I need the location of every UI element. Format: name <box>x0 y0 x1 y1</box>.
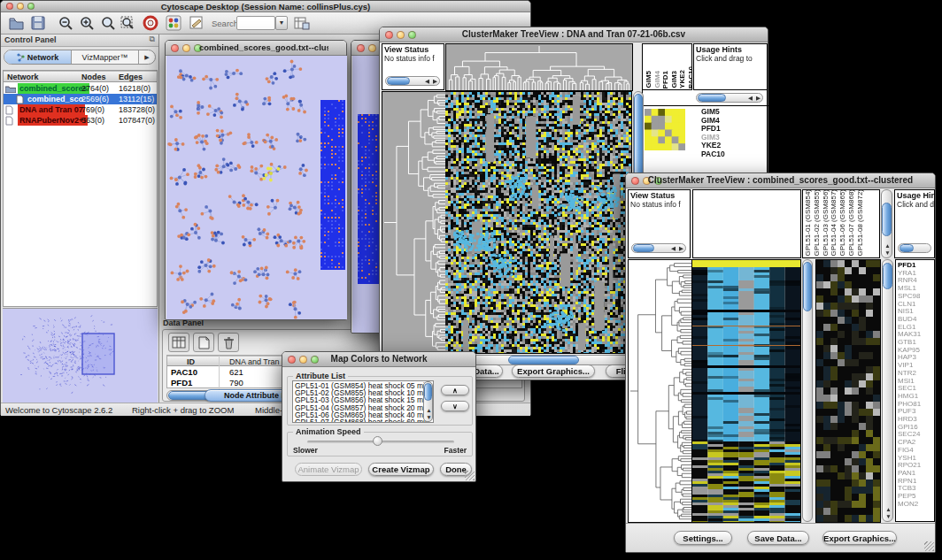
open-session-icon[interactable] <box>8 15 25 31</box>
gene-label-list[interactable]: PFD1YRA1RNR4MSL1SPC98CLN1NIS1BUD4ELG1MAK… <box>895 259 935 522</box>
zoom-fit-icon[interactable] <box>120 15 136 32</box>
animate-vizmap-button[interactable]: Animate Vizmap <box>295 463 362 476</box>
col-header-nodes[interactable]: Nodes <box>81 73 106 81</box>
annotation-icon[interactable] <box>189 15 205 31</box>
usage-hints-panel: Usage Hints Click and drag <box>894 189 935 258</box>
network-window-title-bar[interactable]: combined_scores_good.txt--cluste... <box>166 41 346 56</box>
scrollbar-thumb[interactable] <box>803 262 812 311</box>
zoom-in-icon[interactable] <box>79 15 96 32</box>
row-dendrogram[interactable] <box>382 91 446 354</box>
search-input[interactable] <box>236 16 275 30</box>
scroll-up-icon[interactable]: ▲ <box>425 407 433 414</box>
save-session-icon[interactable] <box>30 15 46 31</box>
heatmap-column-labels[interactable]: GIM5GIM4PFD1GIM3YKE2PAC10 <box>642 43 692 90</box>
treeview-combined-title-bar[interactable]: ClusterMaker TreeView : combined_scores_… <box>626 173 935 188</box>
tab-vizmapper[interactable]: VizMapper™ <box>72 50 139 64</box>
save-data-button[interactable]: Save Data... <box>747 531 809 545</box>
treeview-combined-title: ClusterMaker TreeView : combined_scores_… <box>644 175 917 185</box>
scrollbar-thumb[interactable] <box>900 244 914 252</box>
folder-icon <box>5 85 16 93</box>
zoom-out-icon[interactable] <box>58 15 74 32</box>
mini-heatmap-row-labels[interactable]: GIM5GIM4PFD1GIM3YKE2PAC10 <box>701 108 725 158</box>
move-up-button[interactable]: ∧ <box>441 385 469 395</box>
scroll-up-icon[interactable]: ▲ <box>884 242 892 249</box>
col-header-edges[interactable]: Edges <box>119 73 143 81</box>
float-panel-icon[interactable]: ⧉ <box>150 35 155 44</box>
row-dendrogram[interactable] <box>628 259 692 523</box>
move-down-button[interactable]: ∨ <box>441 401 469 411</box>
column-label: GPL51-07 (GSM868) <box>847 189 856 257</box>
minimize-button[interactable] <box>182 44 190 52</box>
export-graphics-button[interactable]: Export Graphics... <box>512 364 595 378</box>
minimize-button[interactable] <box>368 44 376 52</box>
close-button[interactable] <box>385 31 393 39</box>
scroll-left-icon[interactable]: ◀ <box>669 245 677 252</box>
zoomed-heatmap[interactable] <box>815 259 881 523</box>
attribute-browser-icon[interactable] <box>293 15 310 31</box>
scroll-right-icon[interactable]: ▶ <box>754 95 762 102</box>
slower-label: Slower <box>293 446 318 455</box>
dialog-title-bar[interactable]: Map Colors to Network <box>282 352 475 367</box>
attribute-list[interactable]: GPL51-01 (GSM854) heat shock 05 minGPL51… <box>292 380 434 423</box>
treeview-dna-title-bar[interactable]: ClusterMaker TreeView : DNA and Tran 07-… <box>380 27 768 42</box>
network-view-canvas[interactable] <box>166 56 347 319</box>
speed-slider-thumb[interactable] <box>373 436 382 446</box>
main-title-bar[interactable]: Cytoscape Desktop (Session Name: collins… <box>1 1 530 12</box>
scroll-down-icon[interactable]: ▼ <box>884 249 892 257</box>
scroll-up-icon[interactable]: ▲ <box>884 506 892 513</box>
column-dendrogram-area[interactable] <box>692 189 801 258</box>
scroll-down-icon[interactable]: ▼ <box>884 513 892 520</box>
scroll-down-icon[interactable]: ▼ <box>425 414 433 421</box>
tab-network[interactable]: Network <box>4 50 72 64</box>
gene-list-vscrollbar[interactable]: ▲ ▼ <box>882 259 893 522</box>
heatmap-column-labels[interactable]: GPL51-01 (GSM854)GPL51-02 (GSM855)GPL51-… <box>802 189 880 258</box>
create-vizmap-button[interactable]: Create Vizmap <box>368 463 434 476</box>
zoom-selected-icon[interactable] <box>100 15 117 32</box>
close-button[interactable] <box>357 44 365 52</box>
close-button[interactable] <box>6 3 13 10</box>
close-button[interactable] <box>288 356 296 364</box>
settings-button[interactable]: Settings... <box>674 531 732 545</box>
view-status-hscrollbar[interactable]: ◀ ▶ <box>385 76 440 86</box>
scrollbar-thumb[interactable] <box>882 203 892 236</box>
network-row-combined-scores[interactable]: combined_scores 2764(0) 16218(0) <box>4 83 157 94</box>
resize-grip[interactable] <box>465 471 475 480</box>
column-labels-vscrollbar[interactable]: ▲ ▼ <box>881 189 892 258</box>
new-attribute-icon[interactable] <box>193 333 214 352</box>
scrollbar-thumb[interactable] <box>424 383 432 401</box>
scroll-right-icon[interactable]: ▶ <box>677 245 685 252</box>
scroll-left-icon[interactable]: ◀ <box>746 95 754 102</box>
search-dropdown-arrow[interactable]: ▼ <box>275 16 288 30</box>
heatmap-view[interactable] <box>445 91 632 354</box>
network-row-dna-tran[interactable]: DNA and Tran 07 769(0) 183728(0) <box>4 104 157 115</box>
mini-heatmap[interactable] <box>645 109 685 150</box>
col-header-network[interactable]: Network <box>7 73 39 81</box>
help-lifesaver-icon[interactable] <box>143 15 159 32</box>
attribute-list-vscrollbar[interactable]: ▲ ▼ <box>423 381 433 422</box>
usage-hints-hscrollbar[interactable] <box>898 243 931 253</box>
heatmap-view[interactable] <box>692 259 801 523</box>
close-button[interactable] <box>631 177 639 185</box>
scroll-right-icon[interactable]: ▶ <box>431 78 439 85</box>
scrollbar-thumb[interactable] <box>698 94 726 102</box>
column-dendrogram[interactable] <box>445 43 633 91</box>
vizmapper-icon[interactable] <box>166 15 181 31</box>
scroll-left-icon[interactable]: ◀ <box>423 78 431 85</box>
heatmap-vscrollbar[interactable] <box>802 259 813 522</box>
data-col-id[interactable]: ID <box>187 357 195 366</box>
resize-grip[interactable] <box>924 541 934 551</box>
tab-overflow-button[interactable]: ▶ <box>139 50 155 64</box>
network-overview-thumbnail[interactable] <box>3 308 158 403</box>
scrollbar-thumb[interactable] <box>633 244 654 252</box>
view-status-hscrollbar[interactable]: ◀ ▶ <box>631 243 686 253</box>
close-button[interactable] <box>171 44 179 52</box>
usage-hints-hscrollbar[interactable]: ◀ ▶ <box>696 93 763 103</box>
scrollbar-thumb[interactable] <box>387 77 410 85</box>
network-row-rnapuber[interactable]: RNAPuberNov2+! 563(0) 107847(0) <box>4 115 157 126</box>
delete-attribute-trash-icon[interactable] <box>218 333 239 352</box>
scrollbar-thumb[interactable] <box>508 356 579 364</box>
select-attributes-icon[interactable] <box>168 333 189 352</box>
network-row-combined-sco-selected[interactable]: combined_sco 2569(6) 13112(15) <box>4 94 157 104</box>
export-graphics-button[interactable]: Export Graphics... <box>822 531 897 545</box>
scrollbar-thumb[interactable] <box>883 263 892 289</box>
